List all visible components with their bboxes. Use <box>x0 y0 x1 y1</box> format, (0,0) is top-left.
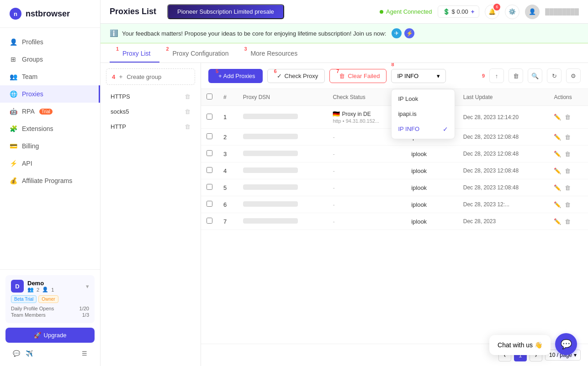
upload-button[interactable]: ↑ <box>489 68 504 83</box>
tab-more-resources[interactable]: 3 More Resources <box>238 43 307 63</box>
step-7: 7 <box>336 68 339 74</box>
settings-button[interactable]: ⚙️ <box>505 5 519 19</box>
edit-button[interactable]: ✏️ <box>554 184 561 191</box>
delete-row-button[interactable]: 🗑 <box>565 151 571 157</box>
check-proxy-button[interactable]: 6 ✓ Check Proxy <box>267 69 325 83</box>
row-ip-checker: iplook <box>406 162 458 179</box>
sidebar-item-profiles[interactable]: 👤 Profiles <box>0 33 100 51</box>
table-row: 7-iplookDec 28, 2023 ✏️ 🗑 <box>201 213 588 230</box>
col-dsn: Proxy DSN <box>238 89 328 106</box>
chevron-down-icon: ▾ <box>437 73 440 79</box>
sidebar-item-rpa[interactable]: 🤖 RPA Trial <box>0 103 100 120</box>
promo-button[interactable]: Pioneer Subscription Limited presale <box>167 4 284 19</box>
edit-button[interactable]: ✏️ <box>554 134 561 141</box>
sidebar-item-label: RPA <box>22 108 35 115</box>
row-checkbox[interactable] <box>207 201 212 207</box>
dropdown-item-iplook[interactable]: IP Look <box>392 91 455 106</box>
delete-button[interactable]: 🗑 <box>509 68 523 83</box>
groups-panel: 4 ＋ Create group HTTPS 🗑 socks5 🗑 HTTP 🗑 <box>101 63 201 366</box>
delete-row-button[interactable]: 🗑 <box>565 167 571 174</box>
edit-button[interactable]: ✏️ <box>554 114 561 120</box>
select-all-checkbox[interactable] <box>207 94 212 99</box>
edit-button[interactable]: ✏️ <box>554 218 561 225</box>
sidebar-item-label: Team <box>22 73 37 80</box>
row-actions: ✏️ 🗑 <box>548 106 588 129</box>
balance-button[interactable]: 💲 $ 0.00 + <box>438 5 480 18</box>
group-https[interactable]: HTTPS 🗑 <box>106 89 195 104</box>
delete-group-http[interactable]: 🗑 <box>185 123 191 130</box>
sidebar-item-billing[interactable]: 💳 Billing <box>0 137 100 155</box>
delete-row-button[interactable]: 🗑 <box>565 201 571 208</box>
tab-proxy-config[interactable]: 2 Proxy Configuration <box>159 43 238 63</box>
delete-group-https[interactable]: 🗑 <box>185 93 191 100</box>
col-num: # <box>218 89 238 106</box>
edit-button[interactable]: ✏️ <box>554 167 561 174</box>
discord-icon[interactable]: ⚡ <box>404 28 414 38</box>
groups-icon: ⊞ <box>9 55 17 63</box>
group-socks5[interactable]: socks5 🗑 <box>106 105 195 119</box>
daily-opens-label: Daily Profile Opens <box>11 306 54 311</box>
discord-footer-icon[interactable]: 💬 <box>13 350 20 357</box>
sidebar-item-affiliate[interactable]: 💰 Affiliate Programs <box>0 172 100 189</box>
row-checkbox[interactable] <box>207 218 212 224</box>
delete-row-button[interactable]: 🗑 <box>565 184 571 191</box>
chat-label: Chat with us 👋 <box>498 341 542 349</box>
row-checkbox[interactable] <box>207 133 212 139</box>
upload-icon: ↑ <box>495 73 498 79</box>
delete-row-button[interactable]: 🗑 <box>565 134 571 141</box>
row-checkbox[interactable] <box>207 167 212 173</box>
tab-proxy-list[interactable]: 1 Proxy List <box>110 43 159 63</box>
group-http[interactable]: HTTP 🗑 <box>106 120 195 134</box>
row-dsn <box>238 213 328 230</box>
plus-icon: ＋ <box>118 73 124 81</box>
demo-expand-icon[interactable]: ▾ <box>86 283 89 290</box>
row-actions: ✏️ 🗑 <box>548 146 588 162</box>
banner-text: Your feedback matters! Propose your idea… <box>122 30 386 37</box>
gear-icon: ⚙️ <box>509 8 516 15</box>
dropdown-item-ipapi[interactable]: ipapi.is <box>392 106 455 121</box>
row-checkbox[interactable] <box>207 150 212 156</box>
delete-row-button[interactable]: 🗑 <box>565 218 571 225</box>
refresh-button[interactable]: ↻ <box>547 68 562 83</box>
row-actions: ✏️ 🗑 <box>548 213 588 230</box>
row-num: 6 <box>218 196 238 213</box>
table-row: 6-iplookDec 28, 2023 12:... ✏️ 🗑 <box>201 196 588 213</box>
sidebar-item-groups[interactable]: ⊞ Groups <box>0 51 100 68</box>
sidebar-item-extensions[interactable]: 🧩 Extensions <box>0 120 100 137</box>
delete-group-socks5[interactable]: 🗑 <box>185 108 191 115</box>
topbar: Proxies List Pioneer Subscription Limite… <box>101 0 588 24</box>
row-last-update: Dec 28, 2023 12:08:48 <box>458 179 549 196</box>
create-group-button[interactable]: 4 ＋ Create group <box>106 68 195 85</box>
sidebar-item-api[interactable]: ⚡ API <box>0 155 100 172</box>
agent-dot <box>380 10 383 14</box>
column-settings-button[interactable]: ⚙ <box>566 68 581 83</box>
clear-failed-button[interactable]: 7 🗑 Clear Failed <box>329 69 387 83</box>
step-6: 6 <box>274 68 277 74</box>
feedback-banner: ℹ️ Your feedback matters! Propose your i… <box>101 24 588 43</box>
billing-icon: 💳 <box>9 142 17 150</box>
edit-button[interactable]: ✏️ <box>554 201 561 208</box>
chat-button[interactable]: 💬 <box>555 333 577 355</box>
upgrade-button[interactable]: 🚀 Upgrade <box>5 328 95 343</box>
dropdown-item-ipinfo[interactable]: IP INFO ✓ <box>392 121 455 137</box>
ip-info-select[interactable]: IP INFO ▾ <box>391 69 446 83</box>
edit-button[interactable]: ✏️ <box>554 151 561 157</box>
telegram-icon[interactable]: ✈ <box>392 28 402 38</box>
row-checkbox[interactable] <box>207 114 212 120</box>
menu-icon[interactable]: ☰ <box>82 350 87 357</box>
row-dsn <box>238 146 328 162</box>
telegram-footer-icon[interactable]: ✈️ <box>26 350 33 357</box>
search-button[interactable]: 🔍 <box>528 68 542 83</box>
sidebar-item-label: Profiles <box>22 38 43 46</box>
user-avatar[interactable]: 👤 <box>525 5 540 19</box>
team-members-value: 1/3 <box>82 312 89 318</box>
add-proxies-button[interactable]: 5 + Add Proxies <box>208 69 263 83</box>
row-ip-checker: iplook <box>406 196 458 213</box>
row-last-update: Dec 28, 2023 <box>458 213 549 230</box>
notification-button[interactable]: 🔔 6 <box>485 5 499 19</box>
delete-row-button[interactable]: 🗑 <box>565 114 571 120</box>
sidebar-item-team[interactable]: 👥 Team <box>0 68 100 85</box>
row-checkbox[interactable] <box>207 184 212 190</box>
sidebar-item-proxies[interactable]: 🌐 Proxies <box>0 85 100 103</box>
sidebar-bottom: D Demo 👥 2 👤 1 ▾ Beta Trial Owner <box>0 269 100 366</box>
